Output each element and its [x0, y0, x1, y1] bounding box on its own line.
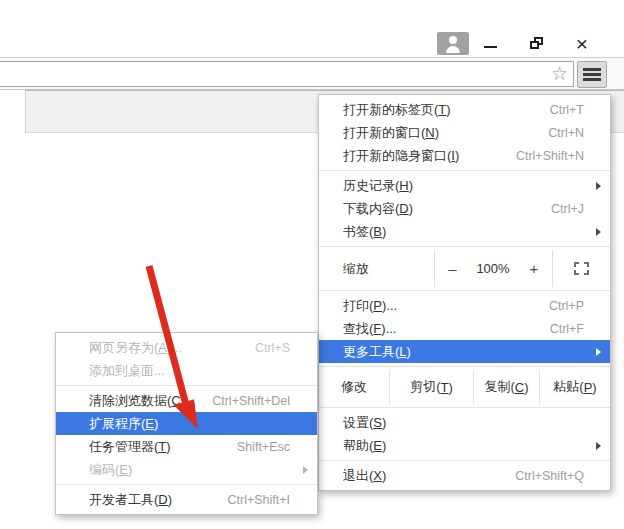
bookmark-star-icon[interactable]: ☆: [551, 63, 568, 85]
menu-item-clear-browsing-data[interactable]: 清除浏览数据(C)... Ctrl+Shift+Del: [56, 389, 317, 412]
close-icon: ×: [576, 33, 588, 54]
menu-item-label: 扩展程序(E): [89, 415, 158, 433]
restore-button[interactable]: [524, 30, 550, 56]
menu-item-new-tab[interactable]: 打开新的标签页(T) Ctrl+T: [319, 98, 610, 121]
restore-icon: [530, 37, 544, 50]
avatar-icon: [446, 46, 460, 53]
menu-item-print[interactable]: 打印(P)... Ctrl+P: [319, 294, 610, 317]
menu-item-encoding[interactable]: 编码(E): [56, 458, 317, 481]
menu-item-label: 添加到桌面...: [89, 362, 165, 380]
menu-separator: [56, 484, 317, 485]
menu-item-settings[interactable]: 设置(S): [319, 411, 610, 434]
menu-item-label: 开发者工具(D): [89, 491, 172, 509]
menu-item-help[interactable]: 帮助(E): [319, 434, 610, 457]
shortcut-label: Ctrl+Shift+N: [516, 149, 584, 163]
zoom-out-button[interactable]: –: [434, 250, 470, 287]
menu-item-more-tools[interactable]: 更多工具(L): [319, 340, 610, 363]
browser-toolbar: ☆: [0, 57, 624, 90]
submenu-arrow-icon: [596, 228, 601, 236]
menu-separator: [319, 366, 610, 367]
menu-item-bookmarks[interactable]: 书签(B): [319, 220, 610, 243]
menu-item-find[interactable]: 查找(F)... Ctrl+F: [319, 317, 610, 340]
shortcut-label: Ctrl+Shift+I: [227, 493, 290, 507]
avatar-icon: [449, 36, 457, 44]
menu-item-downloads[interactable]: 下载内容(D) Ctrl+J: [319, 197, 610, 220]
menu-item-label: 设置(S): [343, 414, 386, 432]
menu-item-new-incognito-window[interactable]: 打开新的隐身窗口(I) Ctrl+Shift+N: [319, 144, 610, 167]
menu-item-label: 下载内容(D): [343, 200, 413, 218]
menu-separator: [319, 460, 610, 461]
chrome-main-menu: 打开新的标签页(T) Ctrl+T 打开新的窗口(N) Ctrl+N 打开新的隐…: [318, 94, 611, 491]
menu-item-label: 书签(B): [343, 223, 386, 241]
menu-item-label: 打印(P)...: [343, 297, 397, 315]
cut-button[interactable]: 剪切(T): [389, 370, 473, 404]
shortcut-label: Ctrl+S: [255, 341, 290, 355]
menu-item-developer-tools[interactable]: 开发者工具(D) Ctrl+Shift+I: [56, 488, 317, 511]
minimize-button[interactable]: [477, 30, 503, 56]
edit-label: 修改: [319, 370, 389, 404]
menu-item-edit: 修改 剪切(T) 复制(C) 粘贴(P): [319, 370, 610, 404]
profile-avatar-button[interactable]: [437, 32, 469, 55]
close-button[interactable]: ×: [569, 30, 595, 56]
submenu-arrow-icon: [303, 466, 308, 474]
paste-button[interactable]: 粘贴(P): [539, 370, 610, 404]
menu-item-label: 退出(X): [343, 467, 386, 485]
menu-item-label: 历史记录(H): [343, 177, 413, 195]
menu-item-zoom: 缩放 – 100% +: [319, 250, 610, 287]
submenu-arrow-icon: [596, 182, 601, 190]
submenu-arrow-icon: [596, 348, 601, 356]
menu-item-label: 清除浏览数据(C)...: [89, 392, 196, 410]
shortcut-label: Ctrl+N: [548, 126, 584, 140]
minimize-icon: [484, 46, 497, 48]
menu-item-label: 任务管理器(T): [89, 438, 171, 456]
shortcut-label: Ctrl+Shift+Q: [515, 469, 584, 483]
menu-item-extensions[interactable]: 扩展程序(E): [56, 412, 317, 435]
menu-separator: [319, 407, 610, 408]
menu-item-label: 打开新的窗口(N): [343, 124, 439, 142]
shortcut-label: Ctrl+P: [549, 299, 584, 313]
menu-item-add-to-desktop[interactable]: 添加到桌面...: [56, 359, 317, 382]
shortcut-label: Ctrl+J: [551, 202, 584, 216]
menu-separator: [319, 246, 610, 247]
menu-item-history[interactable]: 历史记录(H): [319, 174, 610, 197]
shortcut-label: Ctrl+F: [550, 322, 584, 336]
submenu-arrow-icon: [596, 442, 601, 450]
fullscreen-icon: [574, 262, 589, 275]
menu-item-label: 查找(F)...: [343, 320, 396, 338]
hamburger-icon: [583, 78, 601, 81]
menu-separator: [56, 385, 317, 386]
shortcut-label: Shift+Esc: [237, 440, 290, 454]
menu-item-task-manager[interactable]: 任务管理器(T) Shift+Esc: [56, 435, 317, 458]
address-bar[interactable]: ☆: [0, 61, 574, 87]
shortcut-label: Ctrl+Shift+Del: [212, 394, 290, 408]
title-bar: ×: [0, 0, 624, 57]
shortcut-label: Ctrl+T: [550, 103, 584, 117]
menu-item-new-window[interactable]: 打开新的窗口(N) Ctrl+N: [319, 121, 610, 144]
menu-item-exit[interactable]: 退出(X) Ctrl+Shift+Q: [319, 464, 610, 487]
zoom-label: 缩放: [319, 250, 434, 287]
zoom-in-button[interactable]: +: [516, 250, 552, 287]
menu-item-label: 编码(E): [89, 461, 132, 479]
chrome-menu-button[interactable]: [577, 61, 607, 88]
menu-separator: [319, 290, 610, 291]
menu-item-label: 打开新的隐身窗口(I): [343, 147, 459, 165]
zoom-level-value: 100%: [470, 250, 516, 287]
menu-item-label: 打开新的标签页(T): [343, 101, 451, 119]
copy-button[interactable]: 复制(C): [473, 370, 539, 404]
menu-item-label: 更多工具(L): [343, 343, 411, 361]
menu-item-label: 网页另存为(A)...: [89, 339, 182, 357]
menu-item-label: 帮助(E): [343, 437, 386, 455]
hamburger-icon: [583, 68, 601, 71]
menu-item-save-page-as[interactable]: 网页另存为(A)... Ctrl+S: [56, 336, 317, 359]
menu-separator: [319, 170, 610, 171]
hamburger-icon: [583, 73, 601, 76]
fullscreen-button[interactable]: [552, 250, 610, 287]
more-tools-submenu: 网页另存为(A)... Ctrl+S 添加到桌面... 清除浏览数据(C)...…: [55, 332, 318, 515]
